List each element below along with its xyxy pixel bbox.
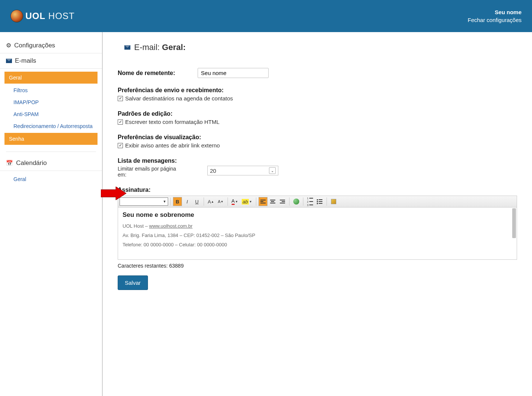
sidebar-item-senha[interactable]: Senha — [4, 133, 98, 145]
signature-host-link[interactable]: www.uolhost.com.br — [149, 223, 192, 229]
sidebar: Configurações E-mails Geral Filtros IMAP… — [0, 32, 103, 396]
scrollbar-thumb[interactable] — [512, 208, 516, 238]
sidebar-item-cal-geral[interactable]: Geral — [0, 173, 102, 185]
user-name-label: Seu nome — [468, 9, 522, 15]
edit-defaults-heading: Padrões de edição: — [118, 110, 517, 117]
increase-font-button[interactable]: A▲ — [206, 197, 216, 206]
logo-text: UOL HOST — [25, 11, 75, 21]
chevron-down-icon: ⌄ — [269, 167, 276, 174]
view-prefs-heading: Preferências de visualização: — [118, 134, 517, 141]
align-left-button[interactable] — [259, 197, 267, 206]
editor-toolbar: ▼ B I U A▲ A▼ A▼ ab▼ 123 — [118, 196, 517, 208]
warn-link-label: Exibir aviso antes de abrir link externo — [125, 142, 220, 149]
decrease-font-button[interactable]: A▼ — [216, 197, 225, 206]
sidebar-item-antispam[interactable]: Anti-SPAM — [0, 108, 102, 120]
signature-host-line: UOL Host – www.uolhost.com.br — [123, 223, 512, 229]
save-contacts-checkbox[interactable] — [118, 96, 123, 101]
limit-per-page-label: Limitar emails por página em: — [118, 166, 185, 178]
sidebar-item-imap[interactable]: IMAP/POP — [0, 96, 102, 108]
sidebar-item-geral[interactable]: Geral — [4, 72, 98, 84]
close-settings-link[interactable]: Fechar configurações — [468, 17, 522, 23]
warn-link-checkbox[interactable] — [118, 143, 123, 148]
calendar-heading-label: Calendário — [16, 159, 47, 167]
sidebar-config-heading: Configurações — [0, 38, 102, 53]
header: UOL HOST Seu nome Fechar configurações — [0, 0, 532, 32]
logo-bold: UOL — [25, 11, 46, 21]
save-button[interactable]: Salvar — [118, 275, 148, 290]
html-format-label: Escrever texto com formatação HTML — [125, 119, 220, 125]
svg-marker-0 — [101, 187, 126, 200]
signature-editor[interactable]: Seu nome e sobrenome UOL Host – www.uolh… — [118, 208, 517, 260]
ordered-list-button[interactable]: 123 — [306, 197, 315, 206]
limit-per-page-select[interactable]: 20 ⌄ — [207, 166, 278, 175]
clean-icon — [331, 199, 336, 204]
bold-button[interactable]: B — [173, 197, 182, 206]
char-count: Caracteres restantes: 63889 — [118, 263, 517, 269]
send-prefs-heading: Preferências de envio e recebimento: — [118, 87, 517, 94]
clear-formatting-button[interactable] — [329, 197, 338, 206]
gear-icon — [6, 42, 11, 49]
signature-address: Av. Brig. Faria Lima, 1384 – CEP: 01452-… — [123, 233, 512, 238]
sender-name-input[interactable] — [198, 68, 269, 78]
config-heading-label: Configurações — [14, 42, 55, 49]
sidebar-item-filtros[interactable]: Filtros — [0, 84, 102, 96]
header-right: Seu nome Fechar configurações — [468, 9, 522, 23]
sidebar-emails-heading[interactable]: E-mails — [0, 53, 102, 69]
logo-light: HOST — [46, 11, 75, 21]
font-color-button[interactable]: A▼ — [230, 197, 240, 206]
unordered-list-button[interactable] — [315, 197, 324, 206]
signature-phones: Telefone: 00 0000-0000 – Celular: 00 000… — [123, 242, 512, 247]
sender-name-label: Nome de remetente: — [118, 70, 175, 77]
mail-icon — [124, 45, 130, 50]
limit-value: 20 — [210, 168, 216, 174]
globe-icon — [293, 199, 299, 205]
message-list-heading: Lista de mensagens: — [118, 158, 517, 164]
signature-heading: Assinatura: — [118, 187, 517, 193]
emails-heading-label: E-mails — [15, 57, 36, 65]
insert-link-button[interactable] — [292, 197, 301, 206]
underline-button[interactable]: U — [192, 197, 201, 206]
html-format-checkbox[interactable] — [118, 119, 123, 125]
main-panel: E-mail: Geral: Nome de remetente: Prefer… — [103, 32, 532, 396]
title-prefix: E-mail: — [134, 43, 162, 52]
title-strong: Geral: — [162, 43, 186, 52]
logo-ball-icon — [10, 10, 23, 22]
highlight-button[interactable]: ab▼ — [240, 197, 253, 206]
save-contacts-label: Salvar destinatários na agenda de contat… — [125, 95, 233, 102]
sidebar-calendar-heading[interactable]: Calendário — [0, 156, 102, 171]
sidebar-item-redir[interactable]: Redirecionamento / Autorresposta — [0, 120, 102, 132]
signature-name: Seu nome e sobrenome — [123, 211, 512, 219]
calendar-icon — [6, 159, 13, 167]
mail-icon — [6, 59, 12, 63]
italic-button[interactable]: I — [183, 197, 192, 206]
page-title: E-mail: Geral: — [124, 43, 517, 52]
red-arrow-icon — [101, 187, 127, 200]
align-right-button[interactable] — [278, 197, 287, 206]
logo: UOL HOST — [10, 10, 75, 22]
align-center-button[interactable] — [268, 197, 277, 206]
